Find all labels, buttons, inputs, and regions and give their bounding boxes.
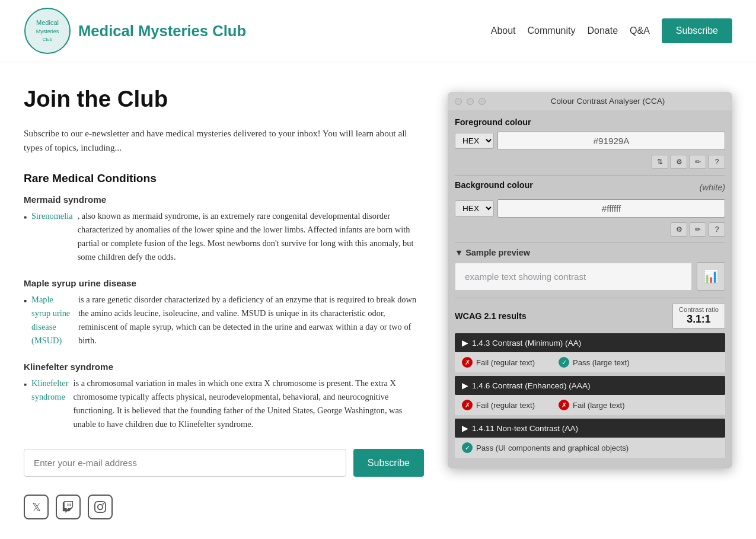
- nav-community[interactable]: Community: [528, 25, 576, 36]
- pass-text: Pass (UI components and graphical object…: [476, 444, 629, 452]
- accordion-body-aaa: ✗Fail (regular text)✗Fail (large text): [455, 395, 725, 415]
- condition-link[interactable]: Maple syrup urine disease (MSUD): [31, 293, 74, 347]
- result-text: Fail (regular text): [476, 401, 535, 410]
- result-text: Fail (large text): [573, 401, 624, 410]
- accordion-label: 1.4.3 Contrast (Minimum) (AA): [472, 339, 581, 347]
- condition-title: Klinefelter syndrome: [24, 362, 424, 372]
- accordion-body-nontext: ✓Pass (UI components and graphical objec…: [455, 438, 725, 458]
- email-section: Subscribe: [24, 449, 424, 477]
- preview-row: example text showing contrast 📊: [455, 262, 725, 291]
- play-icon: ▶: [462, 423, 468, 433]
- chart-icon[interactable]: 📊: [697, 262, 725, 291]
- result-text: Pass (large text): [573, 358, 629, 367]
- accordion-label: 1.4.11 Non-text Contrast (AA): [472, 424, 578, 433]
- accordions-container: ▶ 1.4.3 Contrast (Minimum) (AA)✗Fail (re…: [455, 333, 725, 458]
- bullet-list: Maple syrup urine disease (MSUD) is a ra…: [24, 293, 424, 347]
- divider-1: [455, 175, 725, 176]
- fail-icon: ✗: [559, 400, 569, 410]
- twitch-icon[interactable]: [56, 495, 81, 519]
- site-header: Medical Mysteries Club Medical Mysteries…: [0, 0, 756, 62]
- result-item: ✓Pass (large text): [559, 357, 629, 368]
- email-input[interactable]: [24, 449, 346, 477]
- svg-text:Medical: Medical: [36, 19, 59, 26]
- background-label: Background colour: [455, 180, 533, 190]
- twitter-icon[interactable]: 𝕏: [24, 495, 49, 519]
- swap-icon[interactable]: ⇅: [652, 155, 668, 169]
- condition-link[interactable]: Klinefelter syndrome: [31, 377, 68, 404]
- contrast-ratio-value: 3.1:1: [679, 313, 719, 326]
- accordion-header-aa[interactable]: ▶ 1.4.3 Contrast (Minimum) (AA): [455, 333, 725, 352]
- play-icon: ▶: [462, 338, 468, 347]
- eyedropper-icon[interactable]: ✏: [690, 155, 706, 169]
- fail-icon: ✗: [462, 400, 473, 410]
- email-subscribe-button[interactable]: Subscribe: [353, 449, 424, 477]
- cca-accordion-aa: ▶ 1.4.3 Contrast (Minimum) (AA)✗Fail (re…: [455, 333, 725, 372]
- nav-donate[interactable]: Donate: [587, 25, 618, 36]
- bg-settings-icon[interactable]: ⚙: [671, 222, 687, 237]
- foreground-icon-row: ⇅ ⚙ ✏ ?: [455, 155, 725, 169]
- condition-block: Mermaid syndromeSirenomelia, also known …: [24, 194, 424, 264]
- contrast-ratio-box: Contrast ratio 3.1:1: [672, 303, 725, 328]
- svg-text:Club: Club: [43, 37, 53, 42]
- wcag-header: WCAG 2.1 results Contrast ratio 3.1:1: [455, 303, 725, 328]
- condition-title: Mermaid syndrome: [24, 194, 424, 205]
- result-item: ✗Fail (regular text): [462, 400, 535, 410]
- nav-qa[interactable]: Q&A: [630, 25, 650, 36]
- nav-about[interactable]: About: [491, 25, 516, 36]
- social-icons: 𝕏: [24, 495, 424, 519]
- wcag-title: WCAG 2.1 results: [455, 311, 527, 321]
- background-note: (white): [700, 183, 725, 192]
- conditions-container: Mermaid syndromeSirenomelia, also known …: [24, 194, 424, 432]
- traffic-light-green: [479, 98, 486, 105]
- site-title: Medical Mysteries Club: [78, 23, 246, 40]
- accordion-label: 1.4.6 Contrast (Enhanced) (AAA): [472, 381, 590, 390]
- result-text: Fail (regular text): [476, 358, 535, 367]
- list-item: Sirenomelia, also known as mermaid syndr…: [24, 209, 424, 264]
- list-item: Klinefelter syndrome is a chromosomal va…: [24, 377, 424, 431]
- accordion-body-aa: ✗Fail (regular text)✓Pass (large text): [455, 352, 725, 372]
- logo-area: Medical Mysteries Club Medical Mysteries…: [24, 7, 246, 55]
- bg-eyedropper-icon[interactable]: ✏: [690, 222, 706, 237]
- condition-block: Klinefelter syndromeKlinefelter syndrome…: [24, 362, 424, 431]
- page-title: Join the Club: [24, 86, 424, 112]
- pass-icon: ✓: [559, 357, 569, 368]
- main-content: Join the Club Subscribe to our e-newslet…: [0, 62, 756, 539]
- traffic-light-red: [455, 98, 462, 105]
- bg-help-icon[interactable]: ?: [709, 222, 725, 237]
- help-icon[interactable]: ?: [709, 155, 725, 169]
- background-format-select[interactable]: HEX: [455, 200, 494, 216]
- condition-block: Maple syrup urine diseaseMaple syrup uri…: [24, 278, 424, 347]
- left-content: Join the Club Subscribe to our e-newslet…: [24, 86, 424, 519]
- background-hex-input[interactable]: [497, 199, 725, 218]
- accordion-header-nontext[interactable]: ▶ 1.4.11 Non-text Contrast (AA): [455, 419, 725, 438]
- contrast-ratio-label: Contrast ratio: [679, 306, 719, 313]
- cca-tool: Colour Contrast Analyser (CCA) Foregroun…: [448, 92, 732, 468]
- condition-title: Maple syrup urine disease: [24, 278, 424, 288]
- background-icon-row: ⚙ ✏ ?: [455, 222, 725, 237]
- background-header: Background colour (white): [455, 180, 725, 194]
- section-title: Rare Medical Conditions: [24, 172, 424, 185]
- intro-text: Subscribe to our e-newsletter and have m…: [24, 126, 424, 155]
- result-item: ✗Fail (regular text): [462, 357, 535, 368]
- triangle-icon: ▼: [455, 248, 463, 257]
- foreground-hex-input[interactable]: [497, 132, 725, 150]
- settings-icon[interactable]: ⚙: [671, 155, 687, 169]
- foreground-row: HEX: [455, 132, 725, 150]
- traffic-light-yellow: [467, 98, 474, 105]
- cca-accordion-nontext: ▶ 1.4.11 Non-text Contrast (AA)✓Pass (UI…: [455, 419, 725, 458]
- divider-3: [455, 298, 725, 298]
- play-icon: ▶: [462, 381, 468, 390]
- nav-subscribe-button[interactable]: Subscribe: [662, 18, 732, 43]
- condition-link[interactable]: Sirenomelia: [31, 209, 73, 223]
- foreground-format-select[interactable]: HEX: [455, 133, 494, 149]
- bullet-list: Klinefelter syndrome is a chromosomal va…: [24, 377, 424, 431]
- preview-text: example text showing contrast: [455, 263, 692, 291]
- list-item: Maple syrup urine disease (MSUD) is a ra…: [24, 293, 424, 347]
- fail-icon: ✗: [462, 357, 473, 368]
- cca-body: Foreground colour HEX ⇅ ⚙ ✏ ? Background…: [448, 110, 732, 468]
- background-row: HEX: [455, 199, 725, 218]
- instagram-icon[interactable]: [88, 495, 113, 519]
- cca-accordion-aaa: ▶ 1.4.6 Contrast (Enhanced) (AAA)✗Fail (…: [455, 376, 725, 415]
- site-logo: Medical Mysteries Club: [24, 7, 71, 55]
- accordion-header-aaa[interactable]: ▶ 1.4.6 Contrast (Enhanced) (AAA): [455, 376, 725, 395]
